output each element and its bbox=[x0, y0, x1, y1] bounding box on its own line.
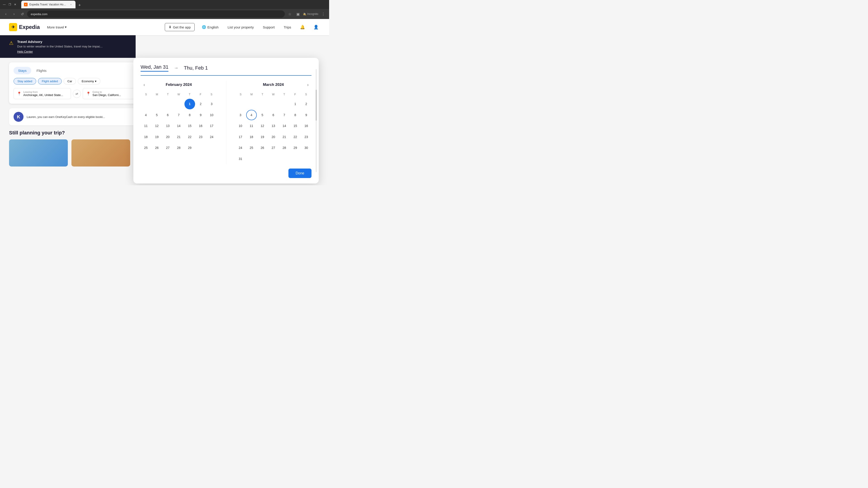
prev-month-button[interactable]: ‹ bbox=[141, 81, 148, 88]
feb-day-24[interactable]: 24 bbox=[206, 132, 217, 142]
mar-day-21[interactable]: 21 bbox=[279, 132, 290, 142]
help-center-link[interactable]: Help Center bbox=[17, 50, 103, 53]
mar-day-2[interactable]: 2 bbox=[301, 99, 312, 109]
tab-stays[interactable]: Stays bbox=[13, 67, 31, 74]
mar-day-5[interactable]: 5 bbox=[257, 110, 268, 121]
tab-close-button[interactable]: × bbox=[69, 3, 73, 6]
mar-day-16[interactable]: 16 bbox=[301, 121, 312, 131]
refresh-button[interactable]: ↺ bbox=[19, 11, 25, 17]
restore-button[interactable]: ❐ bbox=[8, 2, 12, 6]
mar-day-12[interactable]: 12 bbox=[257, 121, 268, 131]
feb-day-13[interactable]: 13 bbox=[162, 121, 173, 131]
feb-day-8[interactable]: 8 bbox=[184, 110, 195, 121]
calendar-scrollbar[interactable] bbox=[315, 69, 317, 172]
mar-day-11[interactable]: 11 bbox=[246, 121, 257, 131]
leaving-from-input[interactable]: 📍 Leaving from Anchorage, AK, United Sta… bbox=[13, 88, 71, 99]
feb-day-18[interactable]: 18 bbox=[141, 132, 151, 142]
mar-day-19[interactable]: 19 bbox=[257, 132, 268, 142]
forward-button[interactable]: › bbox=[11, 11, 17, 17]
feb-day-16[interactable]: 16 bbox=[195, 121, 206, 131]
mar-day-15[interactable]: 15 bbox=[290, 121, 301, 131]
feb-day-4[interactable]: 4 bbox=[141, 110, 151, 121]
mar-day-22[interactable]: 22 bbox=[290, 132, 301, 142]
get-app-button[interactable]: ⬇ Get the app bbox=[165, 23, 194, 31]
feb-day-28[interactable]: 28 bbox=[174, 142, 184, 153]
mar-day-4[interactable]: 4 bbox=[246, 110, 257, 121]
trips-button[interactable]: Trips bbox=[282, 24, 293, 31]
back-button[interactable]: ‹ bbox=[3, 11, 9, 17]
new-tab-button[interactable]: + bbox=[76, 2, 83, 8]
feb-day-6[interactable]: 6 bbox=[162, 110, 173, 121]
mar-day-26[interactable]: 26 bbox=[257, 142, 268, 153]
mar-day-23[interactable]: 23 bbox=[301, 132, 312, 142]
logo-area[interactable]: ✈ Expedia bbox=[9, 23, 40, 31]
feb-day-20[interactable]: 20 bbox=[162, 132, 173, 142]
mar-day-7[interactable]: 7 bbox=[279, 110, 290, 121]
destination-card-1[interactable] bbox=[9, 139, 68, 166]
extensions-button[interactable]: ▣ bbox=[295, 11, 301, 17]
done-button[interactable]: Done bbox=[288, 168, 311, 178]
menu-button[interactable]: ⋮ bbox=[320, 11, 327, 17]
mar-day-24[interactable]: 24 bbox=[235, 142, 246, 153]
feb-day-9[interactable]: 9 bbox=[195, 110, 206, 121]
mar-day-13[interactable]: 13 bbox=[268, 121, 279, 131]
filter-flight-added[interactable]: Flight added bbox=[38, 78, 62, 85]
feb-day-22[interactable]: 22 bbox=[184, 132, 195, 142]
support-button[interactable]: Support bbox=[261, 24, 277, 31]
feb-day-12[interactable]: 12 bbox=[152, 121, 162, 131]
mar-day-6[interactable]: 6 bbox=[268, 110, 279, 121]
mar-day-8[interactable]: 8 bbox=[290, 110, 301, 121]
tab-flights[interactable]: Flights bbox=[32, 67, 51, 74]
checkout-date[interactable]: Thu, Feb 1 bbox=[184, 65, 208, 71]
feb-day-14[interactable]: 14 bbox=[174, 121, 184, 131]
mar-day-28[interactable]: 28 bbox=[279, 142, 290, 153]
feb-day-19[interactable]: 19 bbox=[152, 132, 162, 142]
destination-card-2[interactable] bbox=[71, 139, 130, 166]
filter-economy[interactable]: Economy ▾ bbox=[78, 78, 100, 85]
address-bar[interactable] bbox=[27, 10, 285, 18]
swap-locations-button[interactable]: ⇄ bbox=[73, 90, 81, 98]
close-button[interactable]: ✕ bbox=[13, 2, 17, 6]
active-tab[interactable]: e Expedia Travel: Vacation Home... × bbox=[21, 1, 75, 8]
language-button[interactable]: 🌐 English bbox=[200, 24, 220, 31]
notifications-button[interactable]: 🔔 bbox=[298, 23, 307, 31]
feb-day-23[interactable]: 23 bbox=[195, 132, 206, 142]
feb-day-29[interactable]: 29 bbox=[184, 142, 195, 153]
feb-day-15[interactable]: 15 bbox=[184, 121, 195, 131]
mar-day-27[interactable]: 27 bbox=[268, 142, 279, 153]
more-travel-button[interactable]: More travel ▾ bbox=[44, 23, 69, 31]
feb-day-3[interactable]: 3 bbox=[206, 99, 217, 109]
mar-day-30[interactable]: 30 bbox=[301, 142, 312, 153]
mar-day-31[interactable]: 31 bbox=[235, 154, 246, 164]
feb-day-5[interactable]: 5 bbox=[152, 110, 162, 121]
feb-day-26[interactable]: 26 bbox=[152, 142, 162, 153]
feb-day-2[interactable]: 2 bbox=[195, 99, 206, 109]
mar-day-17[interactable]: 17 bbox=[235, 132, 246, 142]
feb-day-7[interactable]: 7 bbox=[174, 110, 184, 121]
mar-day-18[interactable]: 18 bbox=[246, 132, 257, 142]
user-account-button[interactable]: 👤 bbox=[312, 23, 320, 31]
feb-day-10[interactable]: 10 bbox=[206, 110, 217, 121]
feb-day-11[interactable]: 11 bbox=[141, 121, 151, 131]
filter-stay-added[interactable]: Stay added bbox=[13, 78, 36, 85]
minimize-button[interactable]: — bbox=[2, 2, 6, 6]
bookmark-button[interactable]: ☆ bbox=[287, 11, 293, 17]
checkin-date[interactable]: Wed, Jan 31 bbox=[141, 64, 168, 72]
feb-day-25[interactable]: 25 bbox=[141, 142, 151, 153]
mar-day-14[interactable]: 14 bbox=[279, 121, 290, 131]
mar-day-25[interactable]: 25 bbox=[246, 142, 257, 153]
feb-day-27[interactable]: 27 bbox=[162, 142, 173, 153]
mar-day-9[interactable]: 9 bbox=[301, 110, 312, 121]
going-to-input[interactable]: 📍 Going to San Diego, Californi... bbox=[83, 88, 140, 99]
list-property-button[interactable]: List your property bbox=[226, 24, 256, 31]
feb-day-21[interactable]: 21 bbox=[174, 132, 184, 142]
mar-day-3[interactable]: 3 bbox=[235, 110, 246, 121]
mar-day-1[interactable]: 1 bbox=[290, 99, 301, 109]
feb-day-1[interactable]: 1 bbox=[184, 99, 195, 109]
filter-car[interactable]: Car bbox=[64, 78, 76, 85]
mar-day-29[interactable]: 29 bbox=[290, 142, 301, 153]
mar-day-20[interactable]: 20 bbox=[268, 132, 279, 142]
next-month-button[interactable]: › bbox=[304, 81, 311, 88]
mar-day-10[interactable]: 10 bbox=[235, 121, 246, 131]
feb-day-17[interactable]: 17 bbox=[206, 121, 217, 131]
